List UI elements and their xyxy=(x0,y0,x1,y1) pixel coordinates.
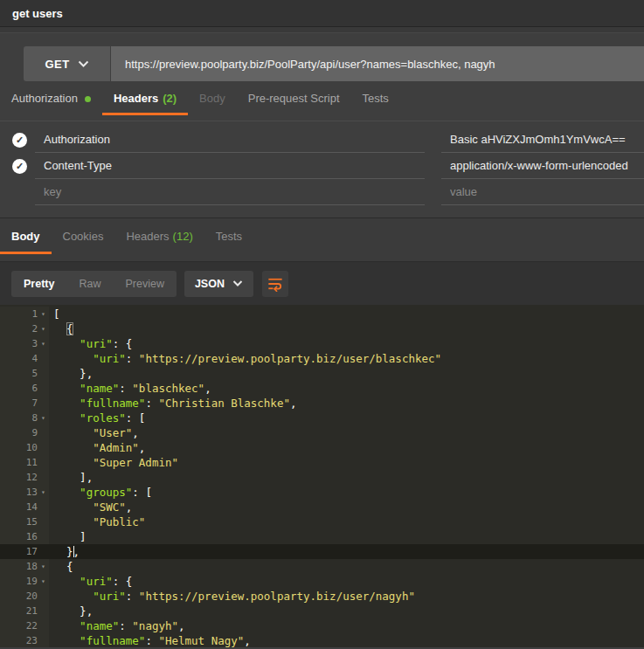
code-line[interactable]: 17 }, xyxy=(0,544,644,559)
view-mode-preview[interactable]: Preview xyxy=(113,271,176,297)
gutter-line-number: 22 xyxy=(0,618,49,633)
response-tab-cookies[interactable]: Cookies xyxy=(52,218,115,254)
fold-toggle-icon[interactable]: ▾ xyxy=(38,307,49,321)
tab-tests-label: Tests xyxy=(363,92,389,106)
format-dropdown[interactable]: JSON xyxy=(184,271,253,297)
code-line[interactable]: 4 "uri": "https://preview.poolparty.biz/… xyxy=(0,351,644,366)
fold-toggle-icon[interactable]: ▾ xyxy=(38,336,49,351)
code-line[interactable]: 20 "uri": "https://preview.poolparty.biz… xyxy=(0,589,644,604)
tab-headers-count: (2) xyxy=(163,92,177,106)
response-body-editor[interactable]: 1▾[2▾ {3▾ "uri": {4 "uri": "https://prev… xyxy=(0,305,644,647)
chevron-down-icon xyxy=(232,280,243,287)
request-builder: GET https://preview.poolparty.biz/PoolPa… xyxy=(0,46,644,217)
header-value-cell[interactable]: application/x-www-form-urlencoded xyxy=(441,153,644,179)
tab-headers[interactable]: Headers (2) xyxy=(102,81,188,115)
tab-authorization[interactable]: Authorization xyxy=(0,81,102,115)
headers-editor: ✓ Authorization Basic aHViZXJmOmh1YmVwcA… xyxy=(0,127,644,217)
tab-pre-request-script[interactable]: Pre-request Script xyxy=(237,81,351,115)
gutter-line-number: 16 xyxy=(0,529,49,544)
header-key-cell[interactable]: Authorization xyxy=(35,127,425,153)
gutter-line-number: 17 xyxy=(0,544,49,559)
response-tab-tests-label: Tests xyxy=(216,230,242,243)
header-row-new xyxy=(0,179,644,205)
chevron-down-icon xyxy=(78,60,89,67)
code-line[interactable]: 3▾ "uri": { xyxy=(0,336,644,351)
code-line[interactable]: 5 }, xyxy=(0,366,644,381)
code-line[interactable]: 10 "Admin", xyxy=(0,440,644,455)
gutter-line-number: 6 xyxy=(0,381,49,396)
code-line-text: [ xyxy=(49,307,60,321)
tab-body[interactable]: Body xyxy=(188,81,237,115)
code-line-text: "name": "nagyh", xyxy=(49,618,185,633)
header-checkbox-cell: ✓ xyxy=(0,127,35,153)
header-key-cell[interactable]: Content-Type xyxy=(35,153,425,179)
tab-tests[interactable]: Tests xyxy=(351,81,400,115)
method-dropdown[interactable]: GET xyxy=(24,46,110,81)
gutter-line-number: 13▾ xyxy=(0,485,49,500)
code-line-text: "uri": "https://preview.poolparty.biz/us… xyxy=(49,589,415,604)
tab-authorization-label: Authorization xyxy=(11,92,78,106)
code-line[interactable]: 7 "fullname": "Christian Blaschke", xyxy=(0,396,644,411)
header-checkbox-cell xyxy=(0,179,35,205)
gutter-line-number: 23 xyxy=(0,633,49,647)
code-line[interactable]: 6 "name": "blaschkec", xyxy=(0,381,644,396)
code-line[interactable]: 21 }, xyxy=(0,604,644,618)
view-mode-pretty[interactable]: Pretty xyxy=(11,271,66,297)
code-line[interactable]: 14 "SWC", xyxy=(0,500,644,514)
fold-toggle-icon[interactable]: ▾ xyxy=(38,559,49,574)
response-tab-headers-label: Headers xyxy=(126,230,169,243)
code-line[interactable]: 11 "Super Admin" xyxy=(0,455,644,470)
gutter-line-number: 20 xyxy=(0,589,49,604)
code-line-text: }, xyxy=(49,604,93,618)
header-value-cell[interactable]: Basic aHViZXJmOmh1YmVwcA== xyxy=(441,127,644,153)
code-line[interactable]: 2▾ { xyxy=(0,321,644,336)
gutter-line-number: 12 xyxy=(0,470,49,485)
tab-body-label: Body xyxy=(199,92,225,106)
gutter-line-number: 11 xyxy=(0,455,49,470)
header-row-content-type: ✓ Content-Type application/x-www-form-ur… xyxy=(0,153,644,179)
new-header-key-input[interactable] xyxy=(35,179,425,205)
code-line-text: "Public" xyxy=(49,514,145,529)
tab-headers-label: Headers xyxy=(114,92,158,106)
code-line[interactable]: 18▾ { xyxy=(0,559,644,574)
wrap-text-icon xyxy=(267,276,283,292)
fold-toggle-icon[interactable]: ▾ xyxy=(38,485,49,500)
view-mode-raw[interactable]: Raw xyxy=(66,271,113,297)
fold-toggle-icon[interactable]: ▾ xyxy=(38,574,49,589)
request-tab-title: get users xyxy=(12,7,63,20)
code-line-text: ], xyxy=(49,470,93,485)
code-line[interactable]: 16 ] xyxy=(0,529,644,544)
code-line[interactable]: 9 "User", xyxy=(0,425,644,440)
new-header-value-input[interactable] xyxy=(441,179,644,205)
fold-toggle-icon[interactable]: ▾ xyxy=(38,411,49,425)
gutter-line-number: 5 xyxy=(0,366,49,381)
response-tab-tests[interactable]: Tests xyxy=(204,218,253,254)
gutter-line-number: 14 xyxy=(0,500,49,514)
gutter-line-number: 8▾ xyxy=(0,411,49,425)
code-line[interactable]: 12 ], xyxy=(0,470,644,485)
wrap-text-button[interactable] xyxy=(262,271,288,297)
format-label: JSON xyxy=(195,278,225,290)
url-input[interactable]: https://preview.poolparty.biz/PoolParty/… xyxy=(111,46,644,81)
checkbox-checked-icon[interactable]: ✓ xyxy=(12,159,27,174)
code-line[interactable]: 8▾ "roles": [ xyxy=(0,411,644,425)
code-line-text: "SWC", xyxy=(49,500,132,514)
auth-configured-dot-icon xyxy=(85,96,91,102)
code-line[interactable]: 23 "fullname": "Helmut Nagy", xyxy=(0,633,644,647)
code-line-text: { xyxy=(49,321,73,336)
checkbox-checked-icon[interactable]: ✓ xyxy=(12,133,27,148)
code-line[interactable]: 13▾ "groups": [ xyxy=(0,485,644,500)
gutter-line-number: 9 xyxy=(0,425,49,440)
code-line[interactable]: 19▾ "uri": { xyxy=(0,574,644,589)
response-tab-body[interactable]: Body xyxy=(0,218,52,254)
response-panel: Body Cookies Headers(12) Tests Pretty Ra… xyxy=(0,217,644,647)
request-title-bar: get users xyxy=(0,0,644,27)
code-line[interactable]: 1▾[ xyxy=(0,307,644,321)
code-line[interactable]: 15 "Public" xyxy=(0,514,644,529)
gutter-line-number: 1▾ xyxy=(0,307,49,321)
code-line[interactable]: 22 "name": "nagyh", xyxy=(0,618,644,633)
fold-toggle-icon[interactable]: ▾ xyxy=(38,321,49,336)
gutter-line-number: 10 xyxy=(0,440,49,455)
response-tab-headers[interactable]: Headers(12) xyxy=(114,218,204,254)
gutter-line-number: 19▾ xyxy=(0,574,49,589)
